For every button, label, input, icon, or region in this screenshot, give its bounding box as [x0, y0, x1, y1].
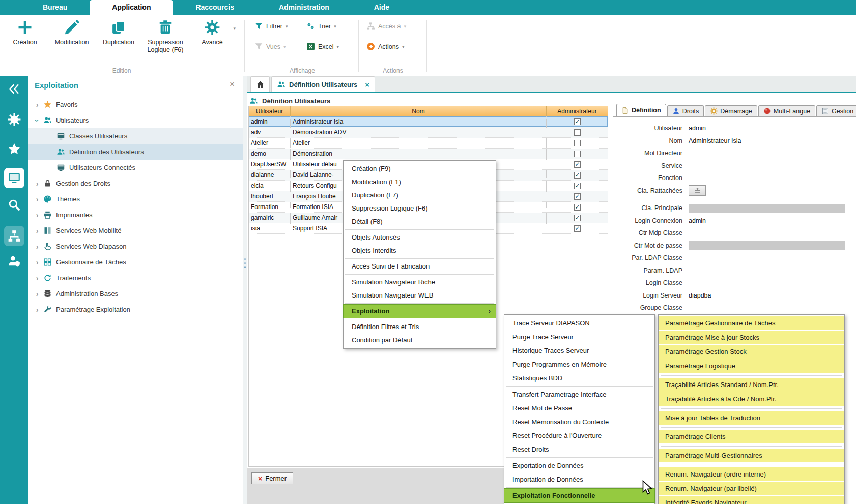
expand-arrow-icon[interactable]: ›: [33, 180, 41, 188]
admin-checkbox[interactable]: [574, 129, 581, 136]
admin-checkbox[interactable]: [574, 193, 581, 200]
table-row-admin[interactable]: adminAdministrateur Isia: [249, 116, 608, 127]
menu-item-objets-autorises[interactable]: Objets Autorisés: [344, 231, 496, 244]
tree-item-traitements[interactable]: ›Traitements: [28, 270, 243, 286]
menu-item-simulation-navigateur-web[interactable]: Simulation Navigateur WEB: [344, 289, 496, 302]
menu-item-parametrage-clients[interactable]: Paramétrage Clients: [659, 430, 844, 443]
detail-tab-definition[interactable]: Définition: [616, 104, 666, 116]
detail-tab-demarrage[interactable]: Démarrage: [705, 105, 757, 116]
expand-arrow-icon[interactable]: ›: [33, 116, 41, 125]
tree-item-classes-utilisateurs[interactable]: Classes Utilisateurs: [28, 128, 243, 144]
tree-item-services-web-diapason[interactable]: ›Services Web Diapason: [28, 239, 243, 254]
menu-item-simulation-navigateur-riche[interactable]: Simulation Navigateur Riche: [344, 276, 496, 289]
menu-aide[interactable]: Aide: [352, 0, 412, 15]
ribbon-button-excel[interactable]: Excel▾: [306, 42, 339, 51]
expand-arrow-icon[interactable]: ›: [33, 227, 41, 235]
menu-raccourcis[interactable]: Raccourcis: [173, 0, 256, 15]
menu-item-mise-a-jour-tables-de-traduction[interactable]: Mise à jour Tables de Traduction: [659, 411, 844, 425]
column-header-utilisateur[interactable]: Utilisateur: [249, 106, 291, 116]
user-shield-icon[interactable]: [8, 254, 21, 268]
admin-checkbox[interactable]: [574, 118, 581, 125]
menu-item-duplication-f7[interactable]: Duplication (F7): [344, 189, 496, 202]
tree-item-favoris[interactable]: ›Favoris: [28, 97, 243, 112]
menu-item-parametrage-mise-a-jour-stocks[interactable]: Paramétrage Mise à jour Stocks: [659, 331, 844, 344]
tree-item-gestionnaire-de-taches[interactable]: ›Gestionnaire de Tâches: [28, 254, 243, 270]
expand-arrow-icon[interactable]: ›: [33, 243, 41, 251]
search-icon[interactable]: [8, 198, 21, 212]
tab-home[interactable]: [250, 76, 270, 92]
sidebar-close-icon[interactable]: ×: [230, 79, 235, 90]
menu-item-exportation-de-donnees[interactable]: Exportation de Données: [504, 459, 654, 472]
ribbon-button-actions[interactable]: Actions▾: [366, 42, 405, 51]
menu-item-parametrage-gestionnaire-de-taches[interactable]: Paramétrage Gestionnaire de Tâches: [659, 316, 844, 330]
expand-arrow-icon[interactable]: ›: [33, 306, 41, 314]
menu-item-suppression-logique-f6[interactable]: Suppression Logique (F6): [344, 202, 496, 215]
menu-item-tracabilite-articles-a-la-cde-nom-ptr[interactable]: Traçabilité Articles à la Cde / Nom.Ptr.: [659, 392, 844, 406]
tree-item-definition-des-utilisateurs[interactable]: Définition des Utilisateurs: [28, 144, 243, 160]
menu-item-parametrage-multi-gestionnaires[interactable]: Paramétrage Multi-Gestionnaires: [659, 449, 844, 462]
expand-arrow-icon[interactable]: ›: [33, 290, 41, 298]
ribbon-button-suppression-logique-f6[interactable]: Suppression Logique (F6): [144, 20, 187, 54]
menu-item-tracabilite-articles-standard-nom-ptr[interactable]: Traçabilité Articles Standard / Nom.Ptr.: [659, 378, 844, 392]
collapse-icon[interactable]: [8, 82, 21, 96]
menu-item-renum-navigateur-par-libelle[interactable]: Renum. Navigateur (par libellé): [659, 482, 844, 495]
admin-checkbox[interactable]: [574, 161, 581, 168]
tree-item-themes[interactable]: ›Thèmes: [28, 191, 243, 207]
menu-item-reset-procedure-a-l-ouverture[interactable]: Reset Procédure à l'Ouverture: [504, 429, 654, 442]
tree-item-utilisateurs-connectes[interactable]: Utilisateurs Connectés: [28, 160, 243, 175]
cla-rattachees-button[interactable]: [689, 185, 706, 196]
field-value[interactable]: admin: [689, 217, 706, 224]
menu-application[interactable]: Application: [90, 0, 173, 15]
menu-item-condition-par-defaut[interactable]: Condition par Défaut: [344, 334, 496, 347]
tree-item-imprimantes[interactable]: ›Imprimantes: [28, 207, 243, 223]
expand-arrow-icon[interactable]: ›: [33, 258, 41, 266]
menu-item-creation-f9[interactable]: Création (F9): [344, 162, 496, 175]
menu-item-purge-programmes-en-memoire[interactable]: Purge Programmes en Mémoire: [504, 358, 654, 371]
gear-icon[interactable]: [8, 113, 21, 126]
menu-item-definition-filtres-et-tris[interactable]: Définition Filtres et Tris: [344, 320, 496, 334]
admin-checkbox[interactable]: [574, 215, 581, 221]
menu-item-detail-f8[interactable]: Détail (F8): [344, 215, 496, 228]
tree-item-administration-bases[interactable]: ›Administration Bases: [28, 286, 243, 302]
detail-tab-droits[interactable]: Droits: [667, 105, 704, 116]
menu-item-parametrage-gestion-stock[interactable]: Paramétrage Gestion Stock: [659, 345, 844, 359]
column-header-nom[interactable]: Nom: [291, 106, 547, 116]
detail-tab-gestion[interactable]: Gestion: [816, 105, 856, 116]
admin-checkbox[interactable]: [574, 172, 581, 179]
field-value[interactable]: admin: [689, 125, 706, 132]
admin-checkbox[interactable]: [574, 204, 581, 211]
menu-item-reset-memorisation-du-contexte[interactable]: Reset Mémorisation du Contexte: [504, 415, 654, 429]
menu-item-importation-de-donnees[interactable]: Importation de Données: [504, 472, 654, 486]
admin-checkbox[interactable]: [574, 183, 581, 189]
menu-administration[interactable]: Administration: [256, 0, 352, 15]
menu-item-reset-droits[interactable]: Reset Droits: [504, 442, 654, 456]
menu-item-reset-mot-de-passe[interactable]: Reset Mot de Passe: [504, 401, 654, 415]
table-row-adv[interactable]: advDémonstration ADV: [249, 127, 608, 138]
admin-checkbox[interactable]: [574, 151, 581, 157]
menu-item-objets-interdits[interactable]: Objets Interdits: [344, 244, 496, 257]
fermer-button[interactable]: × Fermer: [251, 472, 293, 484]
menu-item-trace-serveur-diapason[interactable]: Trace Serveur DIAPASON: [504, 316, 654, 330]
menu-item-exploitation[interactable]: Exploitation›: [344, 305, 496, 318]
admin-checkbox[interactable]: [574, 140, 581, 146]
field-value[interactable]: diapdba: [689, 292, 711, 299]
menu-item-exploitation-fonctionnelle[interactable]: Exploitation Fonctionnelle: [504, 489, 654, 502]
menu-bureau[interactable]: Bureau: [20, 0, 90, 15]
ribbon-button-trier[interactable]: Trier▾: [306, 22, 336, 31]
menu-item-transfert-parametrage-interface[interactable]: Transfert Parametrage Interface: [504, 388, 654, 401]
ribbon-button-duplication[interactable]: Duplication: [97, 20, 140, 54]
expand-arrow-icon[interactable]: ›: [33, 211, 41, 219]
menu-item-integrite-favoris-navigateur[interactable]: Intégrité Favoris Navigateur: [659, 496, 844, 504]
monitor-icon[interactable]: [4, 168, 24, 188]
menu-item-renum-navigateur-ordre-interne[interactable]: Renum. Navigateur (ordre interne): [659, 467, 844, 481]
ribbon-button-creation[interactable]: Création: [3, 20, 47, 54]
field-value[interactable]: Administrateur Isia: [689, 137, 741, 144]
menu-item-purge-trace-serveur[interactable]: Purge Trace Serveur: [504, 330, 654, 344]
menu-item-statistiques-bdd[interactable]: Statistiques BDD: [504, 371, 654, 385]
tree-item-gestion-des-droits[interactable]: ›Gestion des Droits: [28, 175, 243, 191]
tree-item-utilisateurs[interactable]: ›Utilisateurs: [28, 112, 243, 128]
tree-item-services-web-mobilite[interactable]: ›Services Web Mobilité: [28, 223, 243, 239]
menu-item-acces-suivi-de-fabrication[interactable]: Accès Suivi de Fabrication: [344, 260, 496, 273]
table-row-demo[interactable]: demoDémonstration: [249, 149, 608, 159]
tab-close-icon[interactable]: ×: [365, 80, 369, 89]
